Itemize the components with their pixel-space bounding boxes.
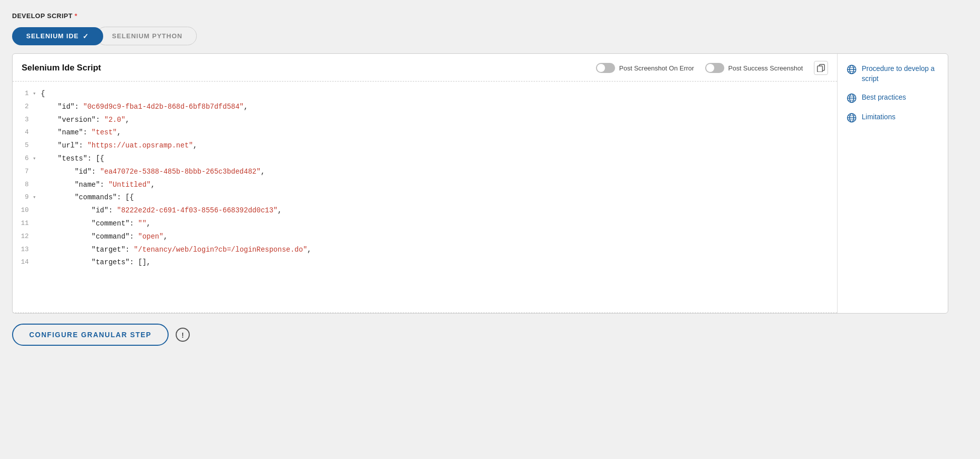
- configure-granular-step-button[interactable]: CONFIGURE GRANULAR STEP: [12, 324, 169, 346]
- line-number: 13: [13, 244, 33, 255]
- string-value: "": [138, 219, 146, 227]
- line-arrow: ▾: [33, 153, 41, 164]
- toggle-post-screenshot-error-switch[interactable]: [596, 63, 615, 73]
- line-number: 8: [13, 179, 33, 190]
- line-number: 3: [13, 114, 33, 125]
- code-line: 9▾ "commands": [{: [13, 191, 837, 204]
- string-value: "https://uat.opsramp.net": [87, 141, 193, 149]
- string-value: "open": [138, 233, 163, 241]
- tab-selenium-ide[interactable]: SELENIUM IDE ✓: [12, 27, 103, 45]
- code-line: 7 "id": "ea47072e-5388-485b-8bbb-265c3bd…: [13, 166, 837, 179]
- toggle-post-success-screenshot-switch[interactable]: [705, 63, 724, 73]
- toggle-post-success-screenshot: Post Success Screenshot: [705, 63, 803, 73]
- line-content: {: [41, 88, 45, 100]
- tab-selenium-python-label: SELENIUM PYTHON: [112, 32, 182, 40]
- string-value: "Untitled": [108, 181, 150, 189]
- line-arrow: ▾: [33, 192, 41, 202]
- line-number: 2: [13, 101, 33, 112]
- sidebar-link-procedure[interactable]: Procedure to develop a script: [847, 64, 939, 84]
- line-content: "commands": [{: [41, 192, 134, 204]
- line-content: "id": "ea47072e-5388-485b-8bbb-265c3bded…: [41, 166, 265, 178]
- line-arrow: [33, 179, 41, 180]
- line-content: "comment": "",: [41, 218, 150, 230]
- line-arrow: [33, 101, 41, 102]
- code-line: 6▾ "tests": [{: [13, 152, 837, 166]
- main-card: Selenium Ide Script Post Screenshot On E…: [12, 53, 948, 314]
- string-value: "0c69d9c9-fba1-4d2b-868d-6bf8b7dfd584": [83, 103, 244, 111]
- line-number: 9: [13, 192, 33, 203]
- required-marker: *: [74, 12, 78, 20]
- sidebar-link-procedure-label: Procedure to develop a script: [862, 64, 939, 84]
- code-line: 1▾{: [13, 88, 837, 101]
- line-number: 14: [13, 257, 33, 268]
- toggle-group: Post Screenshot On Error Post Success Sc…: [596, 61, 828, 75]
- toggle-post-screenshot-error: Post Screenshot On Error: [596, 63, 694, 73]
- line-arrow: [33, 257, 41, 258]
- line-content: "version": "2.0",: [41, 114, 129, 126]
- line-number: 11: [13, 218, 33, 229]
- tab-row: SELENIUM IDE ✓ SELENIUM PYTHON: [12, 27, 968, 45]
- line-number: 4: [13, 127, 33, 138]
- line-arrow: [33, 166, 41, 167]
- code-line: 8 "name": "Untitled",: [13, 179, 837, 192]
- sidebar-link-limitations[interactable]: Limitations: [847, 112, 939, 123]
- develop-script-label: DEVELOP SCRIPT *: [12, 12, 968, 20]
- sidebar-link-best-practices-label: Best practices: [862, 93, 906, 103]
- line-number: 5: [13, 140, 33, 151]
- script-title: Selenium Ide Script: [22, 63, 588, 73]
- svg-rect-1: [817, 66, 822, 72]
- info-icon-label: !: [181, 331, 184, 339]
- code-line: 14 "targets": [],: [13, 256, 837, 269]
- line-content: "tests": [{: [41, 153, 104, 165]
- line-content: "command": "open",: [41, 231, 168, 243]
- tab-selenium-ide-check: ✓: [83, 32, 89, 40]
- tab-selenium-ide-label: SELENIUM IDE: [26, 32, 79, 40]
- line-arrow: ▾: [33, 88, 41, 99]
- code-line: 4 "name": "test",: [13, 126, 837, 139]
- string-value: "2.0": [104, 116, 125, 124]
- line-content: "targets": [],: [41, 257, 150, 269]
- line-arrow: [33, 127, 41, 128]
- sidebar: Procedure to develop a script Best pract…: [837, 54, 948, 313]
- toggle-post-success-screenshot-label: Post Success Screenshot: [728, 64, 803, 72]
- line-number: 12: [13, 231, 33, 242]
- code-line: 3 "version": "2.0",: [13, 114, 837, 127]
- line-content: "id": "0c69d9c9-fba1-4d2b-868d-6bf8b7dfd…: [41, 101, 248, 113]
- bottom-bar: CONFIGURE GRANULAR STEP !: [12, 324, 968, 346]
- code-line: 5 "url": "https://uat.opsramp.net",: [13, 139, 837, 152]
- string-value: "test": [92, 128, 117, 136]
- sidebar-link-limitations-label: Limitations: [862, 112, 895, 122]
- line-arrow: [33, 218, 41, 219]
- line-arrow: [33, 114, 41, 115]
- code-line: 2 "id": "0c69d9c9-fba1-4d2b-868d-6bf8b7d…: [13, 101, 837, 114]
- tab-selenium-python[interactable]: SELENIUM PYTHON: [96, 27, 197, 45]
- line-arrow: [33, 205, 41, 206]
- script-header: Selenium Ide Script Post Screenshot On E…: [13, 54, 837, 82]
- string-value: "ea47072e-5388-485b-8bbb-265c3bded482": [100, 168, 261, 176]
- code-line: 10 "id": "8222e2d2-c691-4f03-8556-668392…: [13, 204, 837, 217]
- info-icon[interactable]: !: [176, 328, 190, 342]
- code-line: 13 "target": "/tenancy/web/login?cb=/log…: [13, 244, 837, 257]
- string-value: "/tenancy/web/login?cb=/loginResponse.do…: [134, 246, 307, 254]
- line-content: "url": "https://uat.opsramp.net",: [41, 140, 197, 152]
- code-line: 12 "command": "open",: [13, 231, 837, 244]
- line-arrow: [33, 244, 41, 245]
- toggle-post-screenshot-error-label: Post Screenshot On Error: [619, 64, 694, 72]
- line-number: 1: [13, 88, 33, 99]
- line-arrow: [33, 231, 41, 232]
- develop-script-text: DEVELOP SCRIPT: [12, 12, 72, 20]
- line-content: "name": "Untitled",: [41, 179, 155, 191]
- line-arrow: [33, 140, 41, 141]
- line-number: 6: [13, 153, 33, 164]
- copy-button[interactable]: [814, 61, 828, 75]
- code-line: 11 "comment": "",: [13, 217, 837, 231]
- line-number: 10: [13, 205, 33, 216]
- line-number: 7: [13, 166, 33, 177]
- script-area: Selenium Ide Script Post Screenshot On E…: [13, 54, 837, 313]
- code-block: 1▾{2 "id": "0c69d9c9-fba1-4d2b-868d-6bf8…: [13, 82, 837, 313]
- line-content: "target": "/tenancy/web/login?cb=/loginR…: [41, 244, 312, 256]
- string-value: "8222e2d2-c691-4f03-8556-668392dd0c13": [117, 206, 277, 214]
- line-content: "name": "test",: [41, 127, 121, 139]
- line-content: "id": "8222e2d2-c691-4f03-8556-668392dd0…: [41, 205, 282, 217]
- sidebar-link-best-practices[interactable]: Best practices: [847, 93, 939, 103]
